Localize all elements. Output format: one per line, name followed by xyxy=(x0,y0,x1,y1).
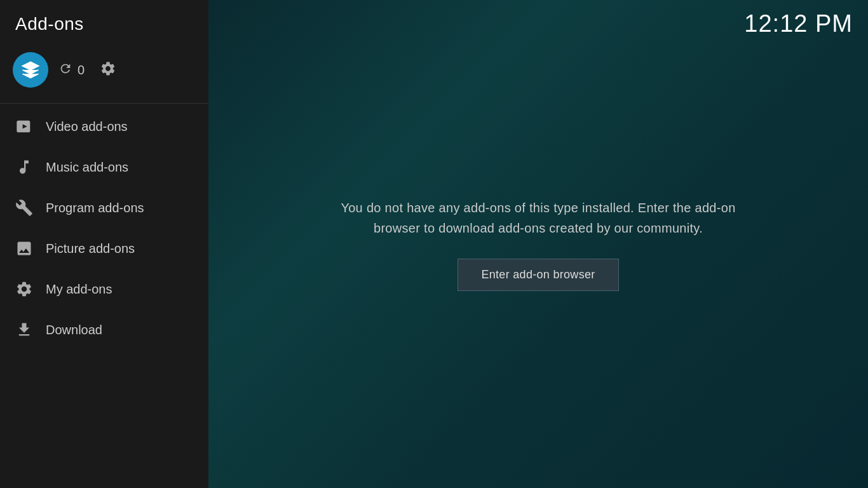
sidebar-item-download[interactable]: Download xyxy=(0,309,208,350)
addon-logo-icon xyxy=(21,60,40,79)
empty-state-message: You do not have any add-ons of this type… xyxy=(316,198,761,238)
sidebar-item-video-addons[interactable]: Video add-ons xyxy=(0,106,208,147)
video-icon xyxy=(15,118,33,135)
sidebar-top-bar: 0 xyxy=(0,46,208,100)
music-icon xyxy=(15,158,33,176)
empty-state-container: You do not have any add-ons of this type… xyxy=(208,0,868,488)
sidebar-item-label-my-addons: My add-ons xyxy=(46,282,112,297)
addon-logo-button[interactable] xyxy=(13,52,48,88)
my-addons-icon xyxy=(15,280,33,298)
sidebar-divider xyxy=(0,103,208,104)
refresh-area: 0 xyxy=(58,62,85,79)
sidebar-item-label-download: Download xyxy=(46,323,102,337)
enter-addon-browser-button[interactable]: Enter add-on browser xyxy=(458,259,618,291)
update-count: 0 xyxy=(78,63,85,78)
sidebar-item-label-music: Music add-ons xyxy=(46,160,128,175)
download-icon xyxy=(15,321,33,339)
refresh-icon[interactable] xyxy=(58,62,72,79)
sidebar-item-label-picture: Picture add-ons xyxy=(46,241,135,256)
main-content: 12:12 PM You do not have any add-ons of … xyxy=(208,0,868,488)
sidebar-item-label-program: Program add-ons xyxy=(46,201,144,215)
sidebar-item-program-addons[interactable]: Program add-ons xyxy=(0,187,208,228)
sidebar-item-my-addons[interactable]: My add-ons xyxy=(0,269,208,309)
app-title: Add-ons xyxy=(0,0,208,46)
sidebar-item-label-video: Video add-ons xyxy=(46,119,128,134)
sidebar: Add-ons 0 xyxy=(0,0,208,488)
settings-icon[interactable] xyxy=(100,60,116,79)
sidebar-nav: Video add-ons Music add-ons Program add-… xyxy=(0,106,208,350)
sidebar-item-picture-addons[interactable]: Picture add-ons xyxy=(0,228,208,269)
sidebar-item-music-addons[interactable]: Music add-ons xyxy=(0,147,208,187)
time-display: 12:12 PM xyxy=(744,10,853,37)
program-icon xyxy=(15,199,33,217)
picture-icon xyxy=(15,240,33,257)
